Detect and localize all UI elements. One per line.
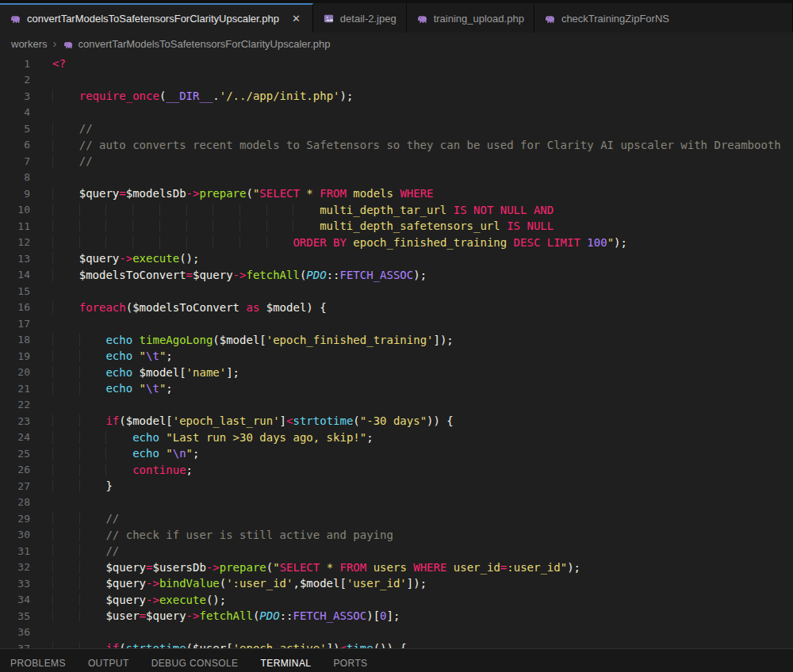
- line-number: 27: [0, 480, 30, 492]
- panel-tab-problems[interactable]: PROBLEMS: [10, 658, 66, 669]
- line-number: 33: [0, 578, 30, 590]
- code-line[interactable]: 34 $query->execute();: [0, 592, 793, 609]
- code-line[interactable]: 27 }: [0, 478, 793, 494]
- line-number: 25: [0, 448, 30, 460]
- code-line[interactable]: 11 multi_depth_safetensors_url IS NULL: [0, 218, 793, 235]
- line-number: 32: [0, 561, 30, 573]
- code-line[interactable]: 32 $query=$usersDb->prepare("SELECT * FR…: [0, 559, 793, 576]
- breadcrumb-folder[interactable]: workers: [11, 38, 48, 50]
- panel-tab-ports[interactable]: PORTS: [333, 658, 367, 669]
- close-icon[interactable]: ✕: [289, 12, 303, 25]
- code-line[interactable]: 25 echo "\n";: [0, 445, 793, 462]
- line-number: 3: [0, 90, 30, 102]
- code-line[interactable]: 24 echo "Last run >30 days ago, skip!";: [0, 430, 793, 446]
- code-line[interactable]: 31 //: [0, 543, 793, 559]
- breadcrumb-file[interactable]: convertTarModelsToSafetensorsForClarityU…: [79, 38, 331, 50]
- line-number: 17: [0, 318, 30, 330]
- line-number: 15: [0, 285, 30, 297]
- code-line[interactable]: 4: [0, 105, 793, 121]
- line-number: 10: [0, 204, 30, 216]
- code-line[interactable]: 8: [0, 170, 793, 186]
- chevron-right-icon: ›: [52, 37, 58, 52]
- code-line[interactable]: 19 echo "\t";: [0, 348, 793, 365]
- line-number: 19: [0, 350, 30, 362]
- line-number: 1: [0, 58, 30, 70]
- breadcrumb: workers › convertTarModelsToSafetensorsF…: [0, 32, 793, 55]
- code-line[interactable]: 1<?: [0, 55, 793, 72]
- line-number: 24: [0, 431, 30, 443]
- code-line[interactable]: 36: [0, 624, 793, 641]
- line-number: 21: [0, 383, 30, 395]
- code-line[interactable]: 17: [0, 315, 793, 332]
- code-line[interactable]: 18 echo timeAgoLong($model['epoch_finish…: [0, 332, 793, 349]
- vscode-window: convertTarModelsToSafetensorsForClarityU…: [0, 0, 793, 672]
- panel-tab-debug-console[interactable]: DEBUG CONSOLE: [151, 658, 239, 669]
- line-number: 5: [0, 123, 30, 135]
- code-line[interactable]: 9 $query=$modelsDb->prepare("SELECT * FR…: [0, 185, 793, 202]
- code-editor[interactable]: 1<?23 require_once(__DIR__.'/../app/init…: [0, 55, 793, 648]
- tab-convert-tar-models-php[interactable]: convertTarModelsToSafetensorsForClarityU…: [0, 3, 313, 32]
- line-number: 6: [0, 139, 30, 151]
- code-line[interactable]: 37 if(strtotime($user['epoch_active'])<t…: [0, 640, 793, 648]
- code-line[interactable]: 5 //: [0, 120, 793, 137]
- code-line[interactable]: 29 //: [0, 510, 793, 527]
- php-icon: [63, 39, 74, 50]
- code-line[interactable]: 6 // auto converts recent models to Safe…: [0, 137, 793, 154]
- line-number: 35: [0, 610, 30, 622]
- tab-detail-2-jpeg[interactable]: detail-2.jpeg: [313, 3, 407, 32]
- code-line[interactable]: 22: [0, 397, 793, 414]
- line-number: 29: [0, 513, 30, 525]
- image-icon: [323, 13, 335, 25]
- code-line[interactable]: 33 $query->bindValue(':user_id',$model['…: [0, 575, 793, 592]
- tab-check-training-zip[interactable]: checkTrainingZipForNS: [534, 3, 793, 32]
- line-number: 20: [0, 366, 30, 378]
- code-line[interactable]: 2: [0, 72, 793, 89]
- code-line[interactable]: 7 //: [0, 153, 793, 170]
- line-number: 2: [0, 74, 30, 86]
- line-number: 7: [0, 155, 30, 167]
- line-number: 12: [0, 236, 30, 248]
- line-number: 13: [0, 253, 30, 265]
- line-number: 22: [0, 399, 30, 410]
- code-line[interactable]: 30 // check if user is still active and …: [0, 527, 793, 544]
- tab-training-upload-php[interactable]: training_upload.php: [407, 3, 534, 32]
- php-icon: [544, 13, 556, 25]
- php-icon: [10, 13, 21, 25]
- line-number: 36: [0, 626, 30, 638]
- code-line[interactable]: 28: [0, 494, 793, 511]
- line-number: 11: [0, 220, 30, 232]
- line-number: 14: [0, 269, 30, 281]
- code-line[interactable]: 35 $user=$query->fetchAll(PDO::FETCH_ASS…: [0, 608, 793, 624]
- line-number: 26: [0, 464, 30, 475]
- code-line[interactable]: 15: [0, 283, 793, 300]
- line-number: 16: [0, 301, 30, 313]
- panel-tab-output[interactable]: OUTPUT: [88, 658, 129, 669]
- code-lines: 1<?23 require_once(__DIR__.'/../app/init…: [0, 55, 793, 648]
- code-line[interactable]: 26 continue;: [0, 462, 793, 479]
- panel-tab-bar: PROBLEMS OUTPUT DEBUG CONSOLE TERMINAL P…: [0, 648, 793, 672]
- tab-label: convertTarModelsToSafetensorsForClarityU…: [27, 13, 279, 25]
- line-number: 18: [0, 334, 30, 346]
- code-line[interactable]: 12 ORDER BY epoch_finished_training DESC…: [0, 235, 793, 251]
- line-number: 31: [0, 545, 30, 557]
- line-number: 28: [0, 496, 30, 508]
- tab-label: detail-2.jpeg: [340, 13, 396, 25]
- line-number: 30: [0, 529, 30, 540]
- code-line[interactable]: 10 multi_depth_tar_url IS NOT NULL AND: [0, 202, 793, 219]
- line-number: 8: [0, 171, 30, 183]
- line-number: 37: [0, 643, 30, 648]
- php-icon: [416, 13, 428, 25]
- code-line[interactable]: 14 $modelsToConvert=$query->fetchAll(PDO…: [0, 267, 793, 284]
- code-line[interactable]: 16 foreach($modelsToConvert as $model) {: [0, 300, 793, 316]
- code-line[interactable]: 21 echo "\t";: [0, 380, 793, 397]
- line-number: 23: [0, 415, 30, 427]
- tab-label: checkTrainingZipForNS: [561, 13, 669, 25]
- code-line[interactable]: 20 echo $model['name'];: [0, 365, 793, 381]
- panel-tab-terminal[interactable]: TERMINAL: [261, 658, 312, 669]
- code-line[interactable]: 13 $query->execute();: [0, 250, 793, 267]
- line-number: 4: [0, 106, 30, 118]
- line-number: 9: [0, 188, 30, 200]
- code-line[interactable]: 3 require_once(__DIR__.'/../app/init.php…: [0, 88, 793, 105]
- line-number: 34: [0, 594, 30, 605]
- code-line[interactable]: 23 if($model['epoch_last_run']<strtotime…: [0, 413, 793, 430]
